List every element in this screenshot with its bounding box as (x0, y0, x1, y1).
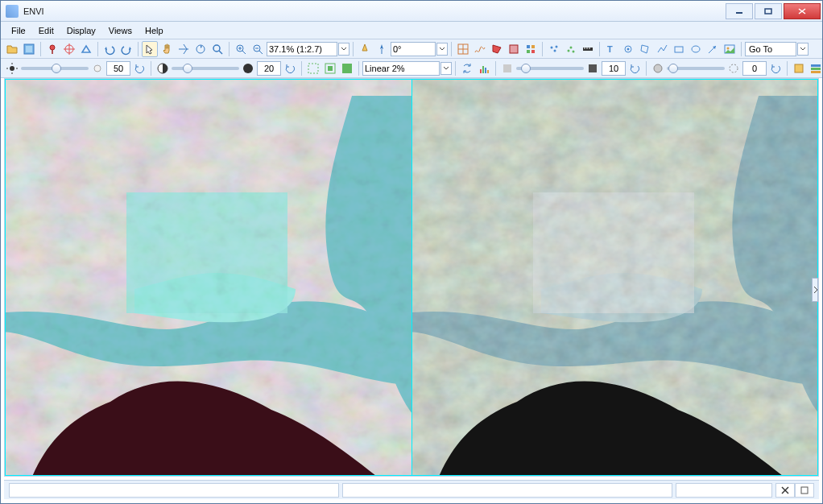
contrast-value[interactable]: 20 (257, 61, 281, 76)
reset-brightness-icon[interactable] (131, 60, 147, 76)
cursor-value-icon[interactable] (455, 41, 471, 57)
transparency-value[interactable]: 0 (742, 61, 767, 76)
menu-display[interactable]: Display (61, 24, 101, 37)
undo-icon[interactable] (101, 41, 118, 57)
svg-point-34 (568, 49, 570, 52)
reset-transparency-icon[interactable] (767, 60, 784, 76)
pan-icon[interactable] (159, 41, 175, 57)
roi-overlay-icon[interactable] (506, 41, 522, 57)
chip-icon[interactable] (791, 60, 807, 76)
menu-help[interactable]: Help (139, 24, 169, 37)
svg-point-36 (573, 50, 575, 52)
transparency-max-icon (726, 60, 742, 76)
goto-dropdown[interactable] (797, 43, 809, 56)
sharpen-min-icon (499, 60, 515, 76)
svg-point-31 (551, 46, 553, 48)
status-progress (676, 483, 772, 498)
crosshair-icon[interactable] (61, 41, 77, 57)
goto-input[interactable]: Go To (745, 42, 796, 56)
reset-sharpen-icon[interactable] (627, 60, 643, 76)
status-cancel[interactable] (775, 483, 795, 498)
arrow-icon[interactable] (705, 41, 721, 57)
measure-icon[interactable] (580, 41, 596, 57)
menu-edit[interactable]: Edit (33, 24, 60, 37)
north-arrow-icon[interactable] (374, 41, 390, 57)
sharpen-slider[interactable] (516, 61, 584, 76)
roi-red-icon[interactable] (489, 41, 505, 57)
symbol-icon[interactable] (620, 41, 636, 57)
scatter2-icon[interactable] (563, 41, 579, 57)
maximize-button[interactable] (755, 3, 782, 19)
menu-file[interactable]: File (6, 24, 31, 37)
contrast-slider[interactable] (172, 61, 239, 76)
right-panel-toggle[interactable] (812, 278, 818, 302)
contrast-max-icon (240, 60, 256, 76)
svg-point-48 (727, 47, 730, 49)
spectral-profile-icon[interactable] (472, 41, 488, 57)
text-icon[interactable]: T (603, 41, 619, 57)
histogram-icon[interactable] (476, 60, 492, 76)
svg-point-12 (213, 45, 220, 52)
rotate-icon[interactable] (192, 41, 209, 57)
refresh-icon[interactable] (459, 60, 475, 76)
polygon-icon[interactable] (637, 41, 653, 57)
close-button[interactable] (784, 3, 821, 19)
zoom-dropdown[interactable] (338, 43, 349, 56)
svg-rect-70 (811, 64, 821, 67)
open-icon[interactable] (4, 41, 20, 57)
stretch-dropdown[interactable] (440, 62, 452, 75)
brightness-icon[interactable] (4, 60, 20, 76)
status-expand[interactable] (795, 483, 814, 498)
vector-icon[interactable] (78, 41, 94, 57)
dataset-icon[interactable] (21, 41, 37, 57)
svg-rect-86 (801, 487, 808, 494)
stretch-select[interactable]: Linear 2% (362, 61, 440, 76)
toolbar-main: 37.1% (1:2.7) 0° T Go To (1, 39, 822, 59)
status-message (9, 483, 339, 498)
brightness-slider[interactable] (21, 61, 89, 76)
redo-icon[interactable] (118, 41, 134, 57)
svg-point-43 (627, 48, 630, 50)
fly-icon[interactable] (176, 41, 192, 57)
svg-point-68 (730, 64, 738, 72)
title-bar: ENVI (1, 1, 822, 22)
transparency-min-icon (650, 60, 666, 76)
polyline-icon[interactable] (654, 41, 670, 57)
svg-rect-25 (510, 45, 518, 53)
zoom-tool-icon[interactable] (209, 41, 225, 57)
menu-views[interactable]: Views (103, 24, 138, 37)
pin-icon[interactable] (44, 41, 60, 57)
reset-contrast-icon[interactable] (282, 60, 298, 76)
contrast-icon[interactable] (155, 60, 171, 76)
svg-point-49 (10, 66, 14, 71)
north-up-icon[interactable] (357, 41, 373, 57)
zoom-in-icon[interactable] (233, 41, 249, 57)
sharpen-max-icon (585, 60, 601, 76)
status-coords (342, 483, 672, 498)
view-pane-right[interactable] (412, 79, 819, 476)
svg-rect-61 (480, 69, 482, 73)
zoom-out-icon[interactable] (250, 41, 266, 57)
view-pane-left[interactable] (5, 79, 412, 476)
select-icon[interactable] (142, 41, 158, 57)
goto-label: Go To (749, 44, 772, 54)
svg-point-45 (692, 46, 700, 52)
minimize-button[interactable] (726, 3, 753, 19)
brightness-value[interactable]: 50 (106, 61, 130, 76)
transparency-slider[interactable] (667, 61, 725, 76)
ellipse-icon[interactable] (688, 41, 704, 57)
data-manager-icon[interactable] (523, 41, 539, 57)
stretch-view-icon[interactable] (322, 60, 338, 76)
scatter-icon[interactable] (546, 41, 562, 57)
stretch-extent-icon[interactable] (305, 60, 321, 76)
zoom-level-input[interactable]: 37.1% (1:2.7) (267, 42, 337, 56)
rotation-dropdown[interactable] (436, 43, 448, 56)
svg-rect-29 (527, 50, 530, 53)
sharpen-value[interactable]: 10 (602, 61, 626, 76)
legend-icon[interactable] (808, 60, 822, 76)
svg-rect-71 (811, 68, 821, 70)
picture-icon[interactable] (722, 41, 738, 57)
rectangle-icon[interactable] (671, 41, 687, 57)
rotation-input[interactable]: 0° (391, 42, 436, 56)
stretch-full-icon[interactable] (339, 60, 355, 76)
